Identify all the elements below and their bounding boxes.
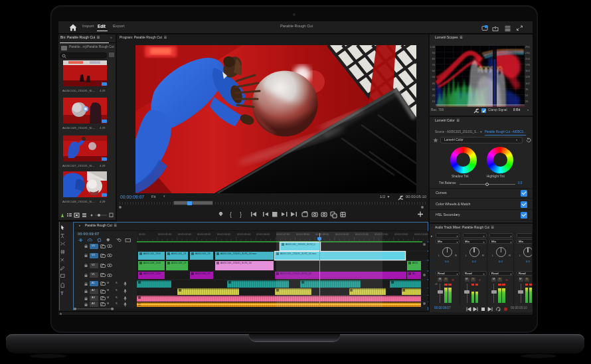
svg-text:}: } <box>240 211 242 218</box>
svg-text:{: { <box>230 211 232 218</box>
